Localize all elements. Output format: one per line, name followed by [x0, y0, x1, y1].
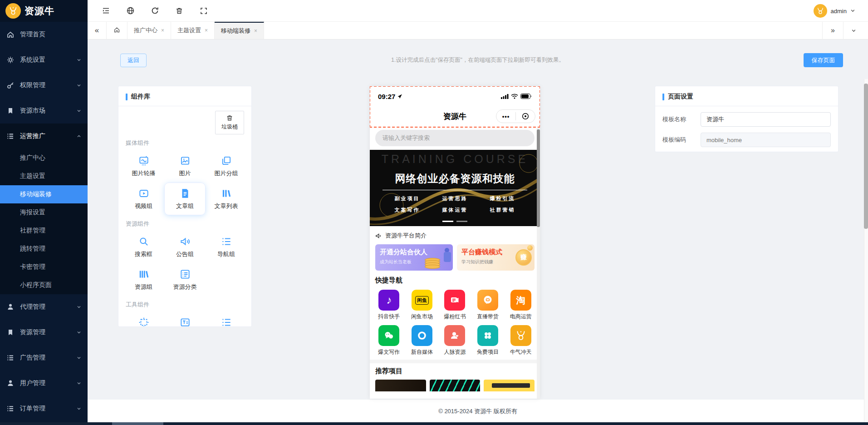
sidebar-item-permissions[interactable]: 权限管理 [0, 73, 88, 98]
app-logo[interactable]: 资源牛 [0, 0, 88, 22]
close-icon[interactable]: × [205, 27, 208, 34]
component-search-box[interactable]: 搜索框 [123, 231, 164, 263]
sidebar-item-resource-market[interactable]: 资源市场 [0, 98, 88, 124]
component-label: 导航组 [217, 250, 235, 258]
panel-title: 组件库 [131, 93, 150, 101]
main-area: admin « 推广中心 × 主题设置 × 移动端装修 × » 返回 1.设计完… [88, 0, 868, 425]
tab-label: 推广中心 [134, 26, 157, 35]
app-item: 爆文写作 [373, 325, 406, 356]
home-icon [113, 26, 120, 35]
carousel-icon [138, 155, 150, 167]
component-resource-category[interactable]: 资源分类 [164, 263, 206, 296]
app-item: 爆粉红书 [438, 290, 471, 321]
app-item: 闲鱼闲鱼市场 [406, 290, 439, 321]
horizontal-scrollbar-track[interactable] [0, 422, 868, 425]
tab-theme-settings[interactable]: 主题设置 × [171, 22, 215, 39]
sidebar-subitem-theme-settings[interactable]: 主题设置 [0, 167, 88, 185]
user-icon [6, 379, 15, 387]
tabs-scroll-left-button[interactable]: « [88, 22, 107, 39]
tabs-menu-button[interactable] [843, 22, 864, 39]
sidebar-subitem-mobile-decoration[interactable]: 移动端装修 [0, 185, 88, 203]
component-image-carousel[interactable]: 图片轮播 [123, 150, 164, 183]
sidebar-item-label: 代理管理 [20, 303, 45, 311]
chevron-down-icon[interactable] [850, 7, 855, 15]
mobile-preview[interactable]: 09:27 资源牛 ••• 请输入关键字搜索 [370, 86, 540, 399]
sidebar-item-resources[interactable]: 资源管理 [0, 320, 88, 345]
close-icon[interactable]: × [254, 28, 257, 34]
globe-icon[interactable] [126, 6, 135, 15]
tab-promotion-center[interactable]: 推广中心 × [128, 22, 171, 39]
textarea-icon [179, 316, 191, 327]
recommend-card [375, 380, 426, 391]
sidebar-subitem-promotion-center[interactable]: 推广中心 [0, 149, 88, 167]
sidebar-item-dashboard[interactable]: 管理首页 [0, 22, 88, 47]
horizontal-scrollbar-thumb[interactable] [112, 422, 163, 425]
sidebar-group-operations: 运营推广 推广中心 主题设置 移动端装修 海报设置 社群管理 跳转管理 卡密管理… [0, 124, 88, 294]
close-target-icon[interactable] [516, 113, 535, 120]
component-image[interactable]: 图片 [164, 150, 206, 183]
sidebar-subitem-card-keys[interactable]: 卡密管理 [0, 258, 88, 276]
sidebar-item-label: 权限管理 [20, 81, 45, 89]
component-announcement-group[interactable]: 公告组 [164, 231, 206, 263]
location-arrow-icon [397, 94, 402, 99]
component-label: 资源组 [135, 283, 152, 291]
component-resource-group[interactable]: 资源组 [123, 263, 164, 296]
sidebar-subitem-poster-settings[interactable]: 海报设置 [0, 203, 88, 222]
home-tab[interactable] [107, 22, 128, 39]
quick-nav-component[interactable]: ♪抖音快手 闲鱼闲鱼市场 爆粉红书 直播带货 淘电商运营 爆文写作 新自媒体 人… [370, 286, 540, 356]
books-icon [138, 268, 150, 280]
component-bottom-nav[interactable]: 底部导航 [206, 311, 247, 327]
phone-scrollbar-thumb[interactable] [537, 129, 540, 227]
more-icon[interactable]: ••• [496, 113, 515, 120]
chevron-down-icon [77, 305, 81, 309]
user-avatar[interactable] [814, 4, 827, 18]
app-label: 新自媒体 [411, 348, 433, 356]
tab-mobile-decoration[interactable]: 移动端装修 × [215, 22, 264, 39]
banner-carousel-component[interactable]: TRAINING COURSE 网络创业必备资源和技能 副业项目 运营思路 爆粉… [370, 150, 540, 226]
sidebar-item-orders[interactable]: 订单管理 [0, 396, 88, 421]
sidebar-subitem-redirect[interactable]: 跳转管理 [0, 240, 88, 258]
chevron-down-icon [77, 58, 81, 62]
template-name-input[interactable] [701, 112, 831, 127]
sidebar-subitem-community[interactable]: 社群管理 [0, 222, 88, 240]
coins-illustration [425, 260, 440, 269]
component-textarea[interactable]: 文本域 [164, 311, 206, 327]
component-nav-group[interactable]: 导航组 [206, 231, 247, 263]
page-scrollbar-track[interactable] [864, 79, 868, 425]
component-image-group[interactable]: 图片分组 [206, 150, 247, 183]
promo-earn-card: 平台赚钱模式 学习知识把钱赚 赚 [457, 244, 535, 271]
component-video-group[interactable]: 视频组 [123, 183, 164, 215]
component-blank-spacer[interactable]: 辅助空白 [123, 311, 164, 327]
trash-dropzone[interactable]: 垃圾桶 [215, 111, 244, 134]
page-scrollbar-thumb[interactable] [864, 84, 868, 229]
chevron-down-icon [77, 83, 81, 88]
trash-icon[interactable] [175, 6, 184, 15]
speaker-icon [375, 232, 382, 239]
section-title: 工具组件 [126, 301, 251, 309]
promo-banners-component[interactable]: 开通分站合伙人 成为站长当老板 平台赚钱模式 学习知识把钱赚 赚 [375, 244, 535, 271]
sidebar-item-operations[interactable]: 运营推广 [0, 124, 88, 149]
collapse-menu-icon[interactable] [101, 6, 110, 15]
sidebar-item-ads[interactable]: 广告管理 [0, 345, 88, 371]
component-article-group[interactable]: 文章组 [164, 183, 206, 215]
sidebar-item-system-settings[interactable]: 系统设置 [0, 47, 88, 73]
refresh-icon[interactable] [150, 6, 159, 15]
sidebar-item-agents[interactable]: 代理管理 [0, 294, 88, 320]
username[interactable]: admin [831, 8, 847, 15]
page-content: 返回 1.设计完成后点击"保存页面"，在前端端页面下拉刷新即可看到效果。 保存页… [88, 40, 868, 422]
signal-icon [501, 94, 509, 99]
sidebar-subitem-miniprogram-pages[interactable]: 小程序页面 [0, 276, 88, 294]
save-page-button[interactable]: 保存页面 [804, 53, 843, 67]
recommend-cards-component[interactable] [375, 380, 535, 391]
announcement-component[interactable]: 资源牛平台简介 [370, 229, 540, 242]
agent-icon [6, 303, 15, 311]
close-icon[interactable]: × [161, 27, 164, 34]
app-item: 人脉资源 [438, 325, 471, 356]
fullscreen-icon[interactable] [199, 6, 208, 15]
component-article-list[interactable]: 文章列表 [206, 183, 247, 215]
component-label: 图片 [179, 169, 191, 178]
panel-header: 页面设置 [655, 86, 838, 106]
search-box-component[interactable]: 请输入关键字搜索 [375, 130, 535, 146]
tabs-scroll-right-button[interactable]: » [822, 22, 843, 39]
sidebar-item-users[interactable]: 用户管理 [0, 371, 88, 396]
